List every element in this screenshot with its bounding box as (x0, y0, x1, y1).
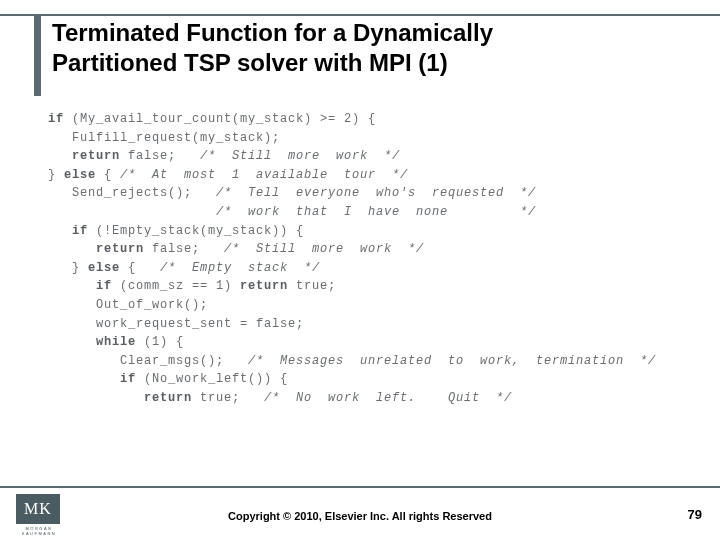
kw-else: else (88, 261, 120, 275)
code-text: (comm_sz == 1) (112, 279, 240, 293)
code-text: work_request_sent = false; (48, 317, 304, 331)
code-text (48, 242, 96, 256)
code-comment: /* work that I have none */ (48, 205, 536, 219)
kw-if: if (72, 224, 88, 238)
kw-if: if (48, 112, 64, 126)
code-block: if (My_avail_tour_count(my_stack) >= 2) … (48, 110, 700, 408)
code-comment: /* At most 1 available tour */ (120, 168, 408, 182)
code-text: } (48, 261, 88, 275)
code-text: false; (120, 149, 200, 163)
title-vertical-rule (34, 14, 41, 96)
code-text: Fulfill_request(my_stack); (48, 131, 280, 145)
kw-return: return (96, 242, 144, 256)
code-text: (No_work_left()) { (136, 372, 288, 386)
kw-else: else (64, 168, 96, 182)
code-comment: /* Messages unrelated to work, terminati… (248, 354, 656, 368)
title-horizontal-rule (0, 14, 720, 16)
logo-subtext: MORGAN KAUFMANN (16, 526, 62, 536)
code-text: { (96, 168, 120, 182)
kw-if: if (120, 372, 136, 386)
code-text (48, 372, 120, 386)
code-text: false; (144, 242, 224, 256)
code-text (48, 335, 96, 349)
footer: MK MORGAN KAUFMANN Copyright © 2010, Els… (0, 486, 720, 540)
slide: Terminated Function for a Dynamically Pa… (0, 0, 720, 540)
code-text: { (120, 261, 160, 275)
kw-return: return (144, 391, 192, 405)
code-comment: /* Still more work */ (200, 149, 400, 163)
code-text (48, 224, 72, 238)
code-text: Out_of_work(); (48, 298, 208, 312)
copyright-text: Copyright © 2010, Elsevier Inc. All righ… (0, 510, 720, 522)
code-text: (1) { (136, 335, 184, 349)
title-line-1: Terminated Function for a Dynamically (48, 19, 497, 46)
kw-if: if (96, 279, 112, 293)
code-text: Clear_msgs(); (48, 354, 248, 368)
code-text (48, 279, 96, 293)
slide-title: Terminated Function for a Dynamically Pa… (0, 18, 720, 78)
kw-while: while (96, 335, 136, 349)
code-text: (!Empty_stack(my_stack)) { (88, 224, 304, 238)
code-comment: /* No work left. Quit */ (264, 391, 512, 405)
code-comment: /* Still more work */ (224, 242, 424, 256)
code-comment: /* Tell everyone who's requested */ (216, 186, 536, 200)
code-text (48, 149, 72, 163)
page-number: 79 (688, 507, 702, 522)
code-text: (My_avail_tour_count(my_stack) >= 2) { (64, 112, 376, 126)
code-text: } (48, 168, 64, 182)
kw-return: return (72, 149, 120, 163)
code-text: true; (288, 279, 336, 293)
code-text (48, 391, 144, 405)
title-line-2: Partitioned TSP solver with MPI (1) (48, 48, 454, 78)
code-text: true; (192, 391, 264, 405)
code-text: Send_rejects(); (48, 186, 216, 200)
code-comment: /* Empty stack */ (160, 261, 320, 275)
kw-return: return (240, 279, 288, 293)
